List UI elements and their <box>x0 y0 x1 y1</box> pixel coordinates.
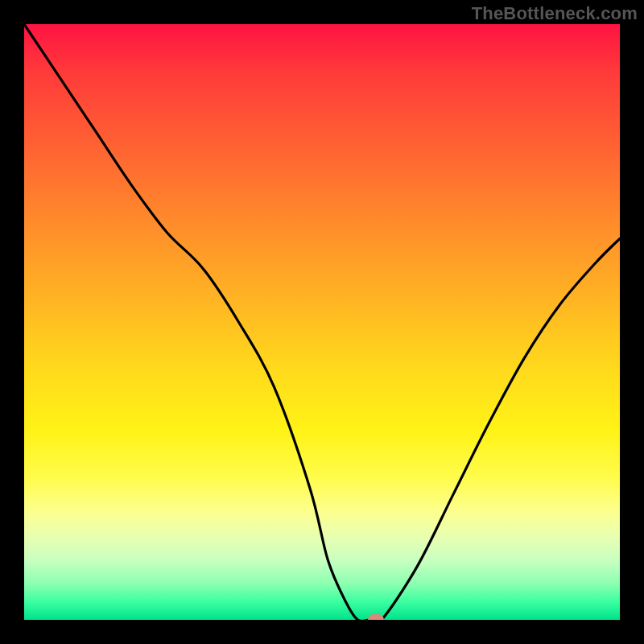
chart-background-gradient <box>24 24 620 620</box>
chart-plot-area <box>24 24 620 620</box>
watermark-text: TheBottleneck.com <box>472 3 638 24</box>
optimum-marker <box>368 614 384 620</box>
